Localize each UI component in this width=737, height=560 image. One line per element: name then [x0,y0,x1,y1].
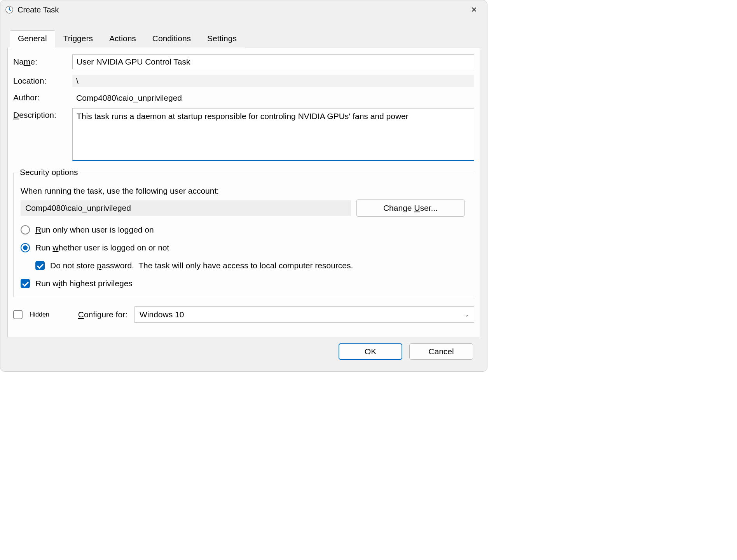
name-input[interactable] [72,54,474,69]
task-scheduler-icon [5,5,14,14]
hidden-checkbox[interactable] [13,310,23,319]
description-label: Description: [13,108,72,120]
tab-conditions[interactable]: Conditions [144,30,199,47]
tab-general[interactable]: General [10,30,55,47]
location-label: Location: [13,76,72,86]
dialog-content: General Triggers Actions Conditions Sett… [0,19,487,371]
dialog-footer: OK Cancel [7,337,480,367]
author-label: Author: [13,93,72,102]
run-whether-label: Run whether user is logged on or not [35,243,169,252]
description-input[interactable] [72,108,474,161]
close-icon: ✕ [471,5,477,14]
ok-button[interactable]: OK [339,343,402,360]
highest-privileges-label: Run with highest privileges [35,279,133,288]
name-label: Name: [13,57,72,66]
configure-for-select[interactable]: Windows 10 ⌄ [134,306,474,323]
highest-privileges-checkbox[interactable] [21,279,30,288]
general-panel: Name: Location: \ Author: Comp4080\caio_… [7,47,480,337]
security-legend: Security options [17,168,80,177]
tab-triggers[interactable]: Triggers [55,30,101,47]
run-whether-radio[interactable] [21,243,30,252]
security-options-group: Security options When running the task, … [13,173,474,297]
tab-settings[interactable]: Settings [199,30,245,47]
run-logged-on-radio[interactable] [21,225,30,234]
titlebar: Create Task ✕ [0,0,487,19]
configure-for-label: Configure for: [78,310,127,319]
chevron-down-icon: ⌄ [465,312,469,318]
change-user-button[interactable]: Change User... [356,200,465,217]
user-account-value: Comp4080\caio_unprivileged [21,200,351,216]
no-password-checkbox[interactable] [35,261,45,270]
no-password-label: Do not store password. The task will onl… [50,261,353,270]
run-logged-on-label: Run only when user is logged on [35,225,154,234]
create-task-window: Create Task ✕ General Triggers Actions C… [0,0,487,372]
window-title: Create Task [17,5,59,14]
author-value: Comp4080\caio_unprivileged [72,93,474,103]
when-running-label: When running the task, use the following… [21,186,467,196]
close-button[interactable]: ✕ [466,4,482,16]
configure-for-value: Windows 10 [140,310,184,319]
svg-point-3 [9,9,10,10]
location-value: \ [72,75,474,87]
tab-strip: General Triggers Actions Conditions Sett… [10,30,480,47]
tab-actions[interactable]: Actions [101,30,144,47]
hidden-label: Hidden [30,311,49,318]
cancel-button[interactable]: Cancel [409,343,473,360]
